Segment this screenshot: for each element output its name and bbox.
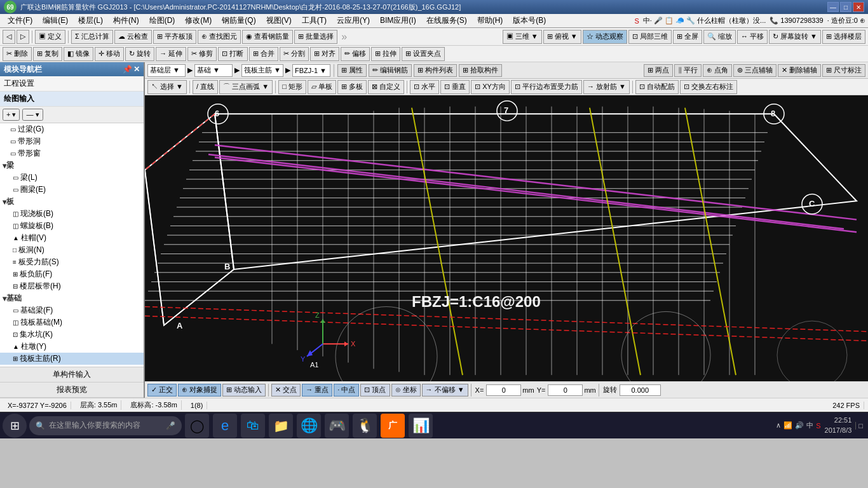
rect-tool[interactable]: □ 矩形 bbox=[278, 80, 306, 94]
single-component-button[interactable]: 单构件输入 bbox=[0, 367, 144, 383]
select-tool[interactable]: ↖ 选择 ▼ bbox=[147, 80, 187, 94]
tree-item-raft-main-rebar[interactable]: ⊞筏板主筋(R) bbox=[0, 353, 144, 365]
tree-item-strip-hole[interactable]: ▭带形洞 bbox=[0, 135, 144, 147]
extend-button[interactable]: → 延伸 bbox=[156, 47, 186, 61]
vertex-button[interactable]: ⊡ 顶点 bbox=[360, 384, 390, 396]
taskbar-app-calc[interactable]: 📊 bbox=[409, 414, 433, 438]
menu-floor[interactable]: 楼层(L) bbox=[73, 14, 108, 27]
view-rebar-button[interactable]: ◉ 查看钢筋量 bbox=[242, 30, 293, 44]
taskbar-app-edge[interactable]: e bbox=[213, 414, 237, 438]
start-button[interactable]: ⊞ bbox=[3, 414, 27, 438]
tree-item-slab-hole[interactable]: □板洞(N) bbox=[0, 244, 144, 256]
arc-tool[interactable]: ⌒ 三点画弧 ▼ bbox=[219, 80, 273, 94]
dynamic-input-button[interactable]: ⊞ 动态输入 bbox=[222, 384, 266, 396]
midpoint-button[interactable]: → 重点 bbox=[302, 384, 332, 396]
tray-ime[interactable]: 中 bbox=[806, 421, 813, 430]
delete-button[interactable]: ✂ 删除 bbox=[3, 47, 32, 61]
component-list-button[interactable]: ⊞ 构件列表 bbox=[414, 64, 457, 77]
xy-tool[interactable]: ⊡ XY方向 bbox=[471, 80, 510, 94]
close-button[interactable]: ✕ bbox=[853, 2, 864, 12]
clock[interactable]: 22:51 2017/8/3 bbox=[825, 416, 852, 435]
back-button[interactable]: ◁ bbox=[3, 30, 15, 44]
edit-rebar-button[interactable]: ✏ 编辑钢筋 bbox=[369, 64, 412, 77]
tree-item-sump[interactable]: ⊡集水坑(K) bbox=[0, 329, 144, 341]
calc-button[interactable]: Σ 汇总计算 bbox=[71, 30, 113, 44]
tree-item-found-beam[interactable]: ▭基础梁(F) bbox=[0, 304, 144, 316]
align-slab-button[interactable]: ⊞ 平齐板顶 bbox=[153, 30, 196, 44]
tree-group-beam[interactable]: ▾ 梁 bbox=[0, 159, 144, 172]
menu-version[interactable]: 版本号(B) bbox=[508, 14, 551, 27]
find-elem-button[interactable]: ⊕ 查找图元 bbox=[198, 30, 241, 44]
tree-item-beam-over[interactable]: ▭过梁(G) bbox=[0, 123, 144, 135]
taskbar-app-chrome[interactable]: 🌐 bbox=[297, 414, 321, 438]
tree-item-cast-slab[interactable]: ◫现浇板(B) bbox=[0, 208, 144, 220]
select-floor-button[interactable]: ⊞ 选择楼层 bbox=[822, 30, 865, 44]
cloud-check-button[interactable]: ☁ 云检查 bbox=[114, 30, 152, 44]
forward-button[interactable]: ▷ bbox=[17, 30, 29, 44]
tree-item-raft-found[interactable]: ◫筏板基础(M) bbox=[0, 316, 144, 329]
tree-item-strip-window[interactable]: ▭带形窗 bbox=[0, 147, 144, 159]
tree-item-slab-rebar[interactable]: ≡板受力筋(S) bbox=[0, 256, 144, 268]
taskbar-app-game[interactable]: 🎮 bbox=[325, 414, 349, 438]
ortho-button[interactable]: ✓ 正交 bbox=[147, 384, 177, 396]
trim-button[interactable]: ✂ 修剪 bbox=[187, 47, 217, 61]
point-angle-button[interactable]: ⊕ 点角 bbox=[703, 64, 732, 77]
pick-component-button[interactable]: ⊞ 拾取构件 bbox=[459, 64, 502, 77]
menu-bim[interactable]: BIM应用(I) bbox=[375, 14, 421, 27]
panel-section-settings[interactable]: 工程设置 bbox=[0, 76, 144, 92]
menu-file[interactable]: 文件(F) bbox=[3, 14, 37, 27]
no-offset-button[interactable]: → 不偏移 ▼ bbox=[422, 384, 468, 396]
taskbar-app-explorer[interactable]: 📁 bbox=[269, 414, 293, 438]
tree-group-slab[interactable]: ▾ 板 bbox=[0, 196, 144, 208]
menu-rebar[interactable]: 钢筋量(Q) bbox=[217, 14, 261, 27]
tree-item-spiral-slab[interactable]: ◫螺旋板(B) bbox=[0, 220, 144, 232]
dynamic-observe-button[interactable]: ☆ 动态观察 bbox=[583, 30, 627, 44]
menu-draw[interactable]: 绘图(D) bbox=[144, 14, 180, 27]
tree-item-col-ped[interactable]: ▲柱墩(Y) bbox=[0, 341, 144, 353]
tree-item-column-cap[interactable]: ▲柱帽(V) bbox=[0, 232, 144, 244]
del-aux-button[interactable]: ✕ 删除辅轴 bbox=[778, 64, 821, 77]
horizontal-tool[interactable]: ⊡ 水平 bbox=[410, 80, 439, 94]
multi-slab-tool[interactable]: ⊞ 多板 bbox=[337, 80, 367, 94]
auto-rebar-tool[interactable]: ⊡ 自动配筋 bbox=[635, 80, 679, 94]
rotate-input[interactable] bbox=[620, 384, 661, 396]
taskbar-app-store[interactable]: 🛍 bbox=[241, 414, 265, 438]
offset-button[interactable]: ✏ 偏移 bbox=[341, 47, 370, 61]
center-button[interactable]: · 中点 bbox=[334, 384, 359, 396]
mirror-button[interactable]: ◧ 镜像 bbox=[64, 47, 93, 61]
fullscreen-button[interactable]: ⊞ 全屏 bbox=[673, 30, 702, 44]
tree-item-beam-l[interactable]: ▭梁(L) bbox=[0, 172, 144, 184]
type-dropdown[interactable]: 基础 ▼ bbox=[194, 64, 233, 77]
define-button[interactable]: ▣ 定义 bbox=[35, 30, 65, 44]
pan-button[interactable]: ↔ 平移 bbox=[737, 30, 768, 44]
menu-help[interactable]: 帮助(H) bbox=[472, 14, 508, 27]
rotate-button[interactable]: ↻ 屏幕旋转 ▼ bbox=[769, 30, 821, 44]
tray-network[interactable]: 📶 bbox=[783, 421, 792, 430]
stretch-button[interactable]: ⊞ 拉伸 bbox=[371, 47, 400, 61]
panel-section-draw[interactable]: 绘图输入 bbox=[0, 92, 144, 107]
align-button[interactable]: ⊞ 对齐 bbox=[310, 47, 339, 61]
taskbar-app-cortana[interactable]: ◯ bbox=[185, 414, 209, 438]
split-button[interactable]: ✂ 分割 bbox=[280, 47, 309, 61]
menu-view[interactable]: 视图(V) bbox=[261, 14, 297, 27]
menu-modify[interactable]: 修改(M) bbox=[180, 14, 217, 27]
search-bar[interactable]: 🔍 在这里输入你要搜索的内容 🎤 bbox=[29, 416, 182, 435]
grip-button[interactable]: ⊞ 设置夹点 bbox=[402, 47, 445, 61]
show-desktop-button[interactable]: □ bbox=[855, 422, 863, 430]
minimize-button[interactable]: — bbox=[827, 2, 839, 12]
tray-volume[interactable]: 🔊 bbox=[795, 421, 804, 430]
parallel-button[interactable]: ∥ 平行 bbox=[674, 64, 702, 77]
object-snap-button[interactable]: ⊕ 对象捕捉 bbox=[178, 384, 221, 396]
panel-close-button[interactable]: ✕ bbox=[133, 65, 140, 74]
menu-edit[interactable]: 编辑(E) bbox=[37, 14, 73, 27]
batch-select-button[interactable]: ⊞ 批量选择 bbox=[294, 30, 337, 44]
3d-button[interactable]: ▣ 三维 ▼ bbox=[503, 30, 542, 44]
tree-group-foundation[interactable]: ▾ 基础 bbox=[0, 292, 144, 304]
maximize-button[interactable]: □ bbox=[840, 2, 851, 12]
top-view-button[interactable]: ⊞ 俯视 ▼ bbox=[543, 30, 581, 44]
move-button[interactable]: ✛ 移动 bbox=[95, 47, 124, 61]
parallel-edge-tool[interactable]: ⊡ 平行边布置受力筋 bbox=[511, 80, 582, 94]
taskbar-app-qq[interactable]: 🐧 bbox=[353, 414, 377, 438]
menu-tools[interactable]: 工具(T) bbox=[297, 14, 332, 27]
single-slab-tool[interactable]: ▱ 单板 bbox=[308, 80, 336, 94]
